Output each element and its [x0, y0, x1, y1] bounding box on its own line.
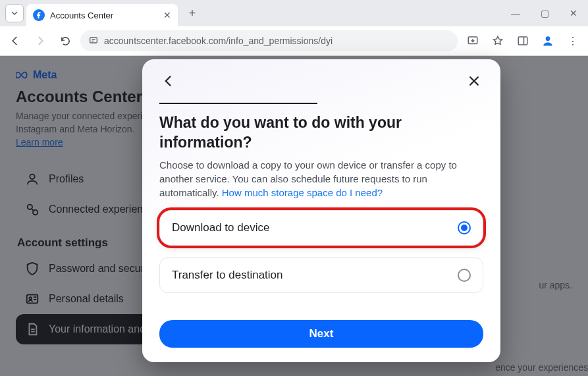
- tab-close-icon[interactable]: ✕: [163, 10, 171, 20]
- modal-options: Download to device Transfer to destinati…: [159, 210, 483, 293]
- nav-reload-button[interactable]: [55, 31, 75, 51]
- site-info-icon[interactable]: [88, 35, 99, 47]
- window-minimize-button[interactable]: —: [501, 0, 530, 26]
- option-download-to-device[interactable]: Download to device: [159, 210, 483, 246]
- modal-progress-bar: [159, 103, 317, 104]
- option-transfer-to-destination[interactable]: Transfer to destination: [159, 257, 483, 293]
- browser-toolbar: accountscenter.facebook.com/info_and_per…: [0, 26, 588, 55]
- nav-back-button[interactable]: [5, 31, 25, 51]
- svg-rect-0: [90, 38, 97, 43]
- dyi-modal: What do you want to do with your informa…: [142, 59, 500, 362]
- svg-point-6: [546, 36, 550, 41]
- tab-title: Accounts Center: [50, 11, 113, 20]
- radio-unchecked-icon: [458, 269, 471, 282]
- browser-chrome: Accounts Center ✕ + — ▢ ✕ accountscenter…: [0, 0, 588, 56]
- window-close-button[interactable]: ✕: [559, 0, 588, 26]
- window-maximize-button[interactable]: ▢: [530, 0, 559, 26]
- tab-strip: Accounts Center ✕ + — ▢ ✕: [0, 0, 588, 26]
- window-controls: — ▢ ✕: [501, 0, 588, 26]
- modal-back-button[interactable]: [159, 72, 178, 90]
- option-label: Download to device: [172, 221, 269, 234]
- svg-rect-4: [518, 37, 527, 45]
- nav-forward-button[interactable]: [30, 31, 50, 51]
- url-text: accountscenter.facebook.com/info_and_per…: [104, 36, 333, 46]
- next-button-label: Next: [309, 327, 334, 340]
- modal-close-button[interactable]: [465, 72, 483, 90]
- install-app-icon[interactable]: [463, 31, 483, 51]
- url-bar[interactable]: accountscenter.facebook.com/info_and_per…: [80, 30, 458, 51]
- side-panel-icon[interactable]: [513, 31, 533, 51]
- facebook-favicon-icon: [33, 9, 45, 21]
- browser-menu-icon[interactable]: ⋮: [563, 31, 583, 51]
- new-tab-button[interactable]: +: [183, 4, 201, 22]
- profile-button[interactable]: [538, 31, 558, 51]
- browser-tab[interactable]: Accounts Center ✕: [26, 4, 178, 26]
- storage-help-link[interactable]: How much storage space do I need?: [222, 187, 383, 198]
- modal-title: What do you want to do with your informa…: [159, 113, 483, 153]
- radio-checked-icon: [458, 221, 471, 234]
- modal-description: Choose to download a copy to your own de…: [159, 158, 483, 200]
- tab-search-chevron[interactable]: [5, 4, 24, 22]
- next-button[interactable]: Next: [159, 320, 483, 348]
- option-label: Transfer to destination: [172, 269, 283, 282]
- bookmark-star-icon[interactable]: [488, 31, 508, 51]
